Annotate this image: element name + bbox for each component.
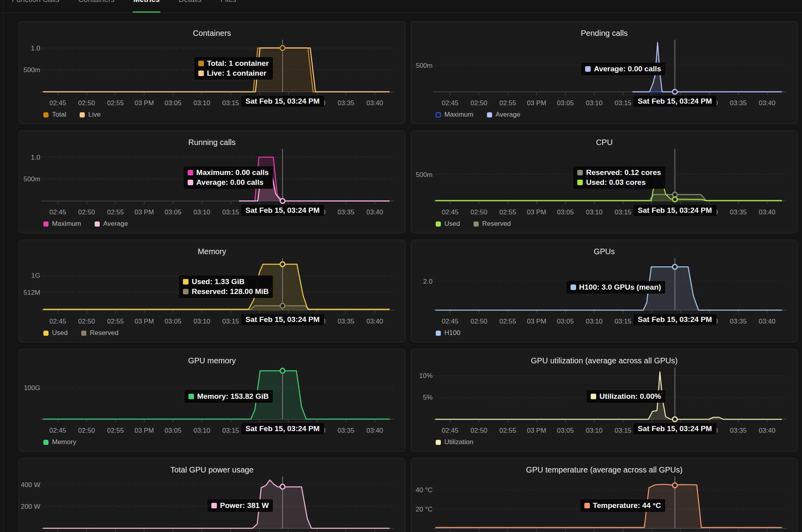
chart-card-memory: Memory1G512M02:4502:5002:5503 PM03:0503:… bbox=[19, 240, 405, 342]
series-area-used bbox=[43, 264, 389, 310]
x-axis-label: 03:35 bbox=[730, 318, 747, 325]
tab-function-calls[interactable]: Function Calls bbox=[12, 0, 59, 13]
x-axis-label: 03:10 bbox=[194, 99, 211, 107]
x-axis-label: 03:15 bbox=[222, 99, 239, 107]
y-axis-label: 512M bbox=[23, 289, 40, 296]
legend-swatch bbox=[487, 112, 492, 117]
chart-plot-svg[interactable]: 500m02:4502:5002:5503 PM03:0503:1003:150… bbox=[411, 131, 797, 233]
chart-plot-svg[interactable]: 1G512M02:4502:5002:5503 PM03:0503:1003:1… bbox=[19, 240, 405, 342]
page-left-divider bbox=[3, 0, 4, 532]
chart-card-cpu: CPU500m02:4502:5002:5503 PM03:0503:1003:… bbox=[411, 130, 798, 233]
x-axis-label: 03:15 bbox=[222, 427, 239, 434]
series-line-memory bbox=[43, 371, 389, 419]
x-axis-label: 02:55 bbox=[107, 208, 124, 216]
legend-item-maximum[interactable]: Maximum bbox=[436, 111, 474, 119]
x-axis-label: 03:15 bbox=[615, 208, 632, 216]
x-axis-label: 03:35 bbox=[730, 208, 747, 216]
x-axis-label: 02:55 bbox=[107, 99, 124, 107]
chart-card-running-calls: Running calls1.0500m02:4502:5002:5503 PM… bbox=[19, 130, 405, 233]
tab-containers[interactable]: Containers bbox=[78, 0, 114, 13]
tab-label: Containers bbox=[78, 0, 114, 4]
chart-plot-svg[interactable]: 10%5%02:4502:5002:5503 PM03:0503:1003:15… bbox=[411, 349, 797, 452]
x-axis-label: 03:10 bbox=[586, 427, 603, 434]
tab-label: Files bbox=[220, 0, 236, 4]
x-axis-label: 03:05 bbox=[557, 318, 574, 325]
x-axis-label: 02:50 bbox=[78, 427, 95, 434]
x-axis-label: 02:50 bbox=[78, 99, 95, 107]
legend-swatch bbox=[80, 112, 85, 117]
charts-grid: Containers1.0500m02:4502:5002:5503 PM03:… bbox=[19, 21, 798, 532]
legend-label: Reserved bbox=[90, 329, 119, 337]
x-axis-label: 03 PM bbox=[527, 208, 546, 216]
legend-swatch bbox=[436, 221, 441, 227]
hover-marker bbox=[280, 368, 285, 373]
y-axis-label: 5% bbox=[423, 394, 433, 401]
chart-plot-svg[interactable]: 40 °C20 °C02:4502:5002:5503 PM03:0503:10… bbox=[411, 458, 797, 532]
tab-metrics[interactable]: Metrics bbox=[133, 0, 160, 13]
legend-swatch bbox=[436, 331, 441, 336]
series-area-memory bbox=[43, 371, 389, 419]
legend-label: Total bbox=[52, 111, 66, 119]
chart-plot-svg[interactable]: 2.002:4502:5002:5503 PM03:0503:1003:1503… bbox=[411, 240, 797, 342]
hover-marker bbox=[673, 417, 677, 422]
x-axis-label: 03 PM bbox=[527, 427, 546, 434]
series-line-used bbox=[436, 168, 781, 201]
x-axis-label: 03:30 bbox=[701, 427, 718, 434]
legend-item-live[interactable]: Live bbox=[80, 111, 101, 119]
x-axis-label: 03:20 bbox=[643, 208, 660, 216]
legend-item-total[interactable]: Total bbox=[43, 111, 66, 119]
hover-marker bbox=[280, 484, 285, 489]
x-axis-label: 03 PM bbox=[134, 318, 154, 325]
chart-card-gpu-utilization-average-across-all-gpus: GPU utilization (average across all GPUs… bbox=[411, 349, 798, 452]
legend-item-utilization[interactable]: Utilization bbox=[436, 438, 474, 446]
x-axis-label: 02:45 bbox=[49, 318, 66, 325]
x-axis-label: 03:35 bbox=[338, 99, 354, 107]
x-axis-label: 03:25 bbox=[672, 318, 689, 325]
x-axis-label: 03:20 bbox=[643, 99, 660, 107]
legend-label: Maximum bbox=[52, 220, 81, 228]
x-axis-label: 03 PM bbox=[527, 99, 546, 107]
chart-plot-svg[interactable]: 400 W200 W02:4502:5002:5503 PM03:0503:10… bbox=[19, 458, 405, 532]
chart-plot-svg[interactable]: 1.0500m02:4502:5002:5503 PM03:0503:1003:… bbox=[19, 131, 405, 233]
legend-label: Average bbox=[496, 111, 520, 119]
tab-files[interactable]: Files bbox=[220, 0, 236, 13]
legend-item-average[interactable]: Average bbox=[95, 220, 128, 228]
chart-plot-svg[interactable]: 1.0500m02:4502:5002:5503 PM03:0503:1003:… bbox=[19, 22, 405, 124]
legend-item-memory[interactable]: Memory bbox=[43, 438, 76, 446]
legend-item-maximum[interactable]: Maximum bbox=[43, 220, 81, 228]
tab-bar: Function CallsContainersMetricsDetailsFi… bbox=[0, 0, 802, 13]
legend: UsedReserved bbox=[436, 218, 511, 229]
x-axis-label: 03:20 bbox=[251, 208, 268, 216]
legend-item-used[interactable]: Used bbox=[436, 220, 460, 228]
legend-swatch bbox=[436, 440, 441, 445]
x-axis-label: 03:35 bbox=[338, 208, 354, 216]
series-area-utilization bbox=[436, 372, 781, 419]
legend-swatch bbox=[43, 221, 48, 227]
tab-details[interactable]: Details bbox=[179, 0, 201, 13]
active-tab-underline bbox=[132, 11, 160, 13]
x-axis-label: 02:50 bbox=[470, 208, 487, 216]
legend-item-h100[interactable]: H100 bbox=[436, 329, 461, 337]
tab-label: Function Calls bbox=[12, 0, 59, 4]
x-axis-label: 03:40 bbox=[759, 208, 776, 216]
x-axis-label: 03:15 bbox=[222, 208, 239, 216]
series-area-average bbox=[239, 169, 389, 201]
chart-plot-svg[interactable]: 500m02:4502:5002:5503 PM03:0503:1003:150… bbox=[411, 22, 797, 124]
x-axis-label: 03 PM bbox=[527, 318, 546, 325]
x-axis-label: 03:10 bbox=[194, 318, 211, 325]
legend-item-used[interactable]: Used bbox=[43, 329, 68, 337]
legend-item-reserved[interactable]: Reserved bbox=[81, 329, 119, 337]
legend-item-average[interactable]: Average bbox=[487, 111, 520, 119]
x-axis-label: 03:30 bbox=[701, 318, 718, 325]
x-axis-label: 03:20 bbox=[251, 99, 268, 107]
x-axis-label: 03:05 bbox=[165, 99, 182, 107]
legend-item-reserved[interactable]: Reserved bbox=[474, 220, 511, 228]
chart-plot-svg[interactable]: 100G02:4502:5002:5503 PM03:0503:1003:150… bbox=[19, 349, 405, 452]
x-axis-label: 03:35 bbox=[730, 99, 747, 107]
x-axis-label: 02:45 bbox=[49, 427, 66, 434]
legend-swatch bbox=[43, 331, 48, 336]
x-axis-label: 02:55 bbox=[499, 99, 516, 107]
x-axis-label: 03:10 bbox=[586, 318, 603, 325]
x-axis-label: 02:55 bbox=[107, 318, 124, 325]
y-axis-label: 500m bbox=[416, 171, 433, 179]
